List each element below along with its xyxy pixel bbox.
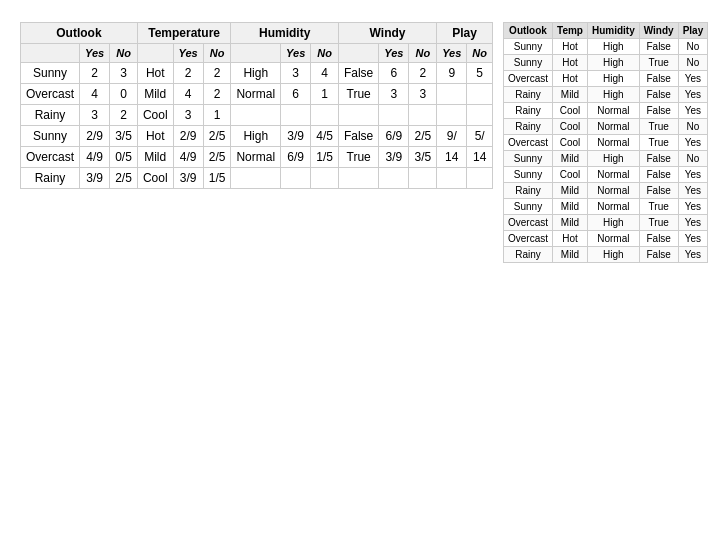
detail-cell: Yes xyxy=(678,247,708,263)
detail-cell: False xyxy=(639,167,678,183)
hum-yes: 3 xyxy=(281,63,311,84)
hum-yes: 6 xyxy=(281,84,311,105)
detail-cell: True xyxy=(639,135,678,151)
outlook-no: 2 xyxy=(110,105,138,126)
detail-table-row: RainyCoolNormalTrueNo xyxy=(504,119,708,135)
detail-cell: Sunny xyxy=(504,167,553,183)
detail-col-header: Windy xyxy=(639,23,678,39)
outlook-label: Rainy xyxy=(21,105,80,126)
detail-cell: Normal xyxy=(587,135,639,151)
hum-label-header xyxy=(231,44,281,63)
temp-yes: 3 xyxy=(173,105,203,126)
windy-label: True xyxy=(338,84,378,105)
play-yes: 14 xyxy=(437,147,467,168)
detail-cell: Normal xyxy=(587,167,639,183)
play-no xyxy=(467,168,493,189)
temp-label-header xyxy=(137,44,173,63)
detail-cell: Yes xyxy=(678,183,708,199)
detail-cell: Yes xyxy=(678,231,708,247)
hum-no: 1 xyxy=(311,84,339,105)
detail-cell: Yes xyxy=(678,103,708,119)
detail-cell: High xyxy=(587,215,639,231)
detail-table-row: OvercastHotHighFalseYes xyxy=(504,71,708,87)
detail-cell: Normal xyxy=(587,183,639,199)
detail-col-header: Humidity xyxy=(587,23,639,39)
detail-cell: Cool xyxy=(553,135,588,151)
windy-no: 2/5 xyxy=(409,126,437,147)
temp-no: 1 xyxy=(203,105,231,126)
detail-cell: False xyxy=(639,151,678,167)
detail-cell: High xyxy=(587,55,639,71)
detail-cell: Normal xyxy=(587,199,639,215)
play-yes xyxy=(437,105,467,126)
outlook-no: 0/5 xyxy=(110,147,138,168)
temp-no: 2 xyxy=(203,84,231,105)
detail-cell: High xyxy=(587,247,639,263)
detail-cell: No xyxy=(678,151,708,167)
detail-cell: Overcast xyxy=(504,215,553,231)
outlook-no: 0 xyxy=(110,84,138,105)
outlook-no: 2/5 xyxy=(110,168,138,189)
table-row: Sunny 2/9 3/5 Hot 2/9 2/5 High 3/9 4/5 F… xyxy=(21,126,493,147)
detail-cell: Hot xyxy=(553,231,588,247)
temperature-group-header: Temperature xyxy=(137,23,231,44)
temp-label: Mild xyxy=(137,147,173,168)
detail-cell: High xyxy=(587,39,639,55)
play-no: 5/ xyxy=(467,126,493,147)
hum-yes: 3/9 xyxy=(281,126,311,147)
windy-yes: 6 xyxy=(379,63,409,84)
detail-cell: Normal xyxy=(587,231,639,247)
detail-cell: Yes xyxy=(678,71,708,87)
detail-cell: Mild xyxy=(553,215,588,231)
temp-label: Cool xyxy=(137,168,173,189)
hum-yes: 6/9 xyxy=(281,147,311,168)
detail-col-header: Play xyxy=(678,23,708,39)
detail-cell: Mild xyxy=(553,87,588,103)
outlook-no-header: No xyxy=(110,44,138,63)
detail-col-header: Outlook xyxy=(504,23,553,39)
outlook-yes: 3/9 xyxy=(80,168,110,189)
play-no xyxy=(467,105,493,126)
main-probability-section: Outlook Temperature Humidity Windy Play … xyxy=(20,22,493,189)
windy-label-header xyxy=(338,44,378,63)
hum-no xyxy=(311,168,339,189)
main-table: Outlook Temperature Humidity Windy Play … xyxy=(20,22,493,189)
detail-cell: Overcast xyxy=(504,231,553,247)
detail-cell: Yes xyxy=(678,87,708,103)
table-row: Rainy 3/9 2/5 Cool 3/9 1/5 xyxy=(21,168,493,189)
windy-label: False xyxy=(338,63,378,84)
windy-yes xyxy=(379,105,409,126)
detail-cell: Mild xyxy=(553,247,588,263)
detail-cell: Hot xyxy=(553,39,588,55)
detail-cell: False xyxy=(639,103,678,119)
temp-label: Hot xyxy=(137,126,173,147)
hum-no-header: No xyxy=(311,44,339,63)
detail-table-row: OvercastMildHighTrueYes xyxy=(504,215,708,231)
detail-cell: Overcast xyxy=(504,71,553,87)
windy-no: 3/5 xyxy=(409,147,437,168)
hum-no xyxy=(311,105,339,126)
hum-yes xyxy=(281,105,311,126)
play-no xyxy=(467,84,493,105)
detail-cell: Hot xyxy=(553,55,588,71)
windy-yes: 6/9 xyxy=(379,126,409,147)
detail-cell: Rainy xyxy=(504,247,553,263)
detail-cell: True xyxy=(639,55,678,71)
outlook-no: 3/5 xyxy=(110,126,138,147)
detail-cell: True xyxy=(639,199,678,215)
hum-no: 4/5 xyxy=(311,126,339,147)
detail-table-row: OvercastCoolNormalTrueYes xyxy=(504,135,708,151)
detail-cell: False xyxy=(639,231,678,247)
detail-cell: Mild xyxy=(553,183,588,199)
detail-cell: Hot xyxy=(553,71,588,87)
outlook-label: Overcast xyxy=(21,84,80,105)
outlook-yes: 3 xyxy=(80,105,110,126)
detail-cell: No xyxy=(678,39,708,55)
detail-cell: Cool xyxy=(553,167,588,183)
detail-table-row: SunnyMildNormalTrueYes xyxy=(504,199,708,215)
temp-yes: 2 xyxy=(173,63,203,84)
windy-yes: 3/9 xyxy=(379,147,409,168)
detail-cell: Cool xyxy=(553,119,588,135)
detail-cell: Rainy xyxy=(504,87,553,103)
play-yes xyxy=(437,168,467,189)
